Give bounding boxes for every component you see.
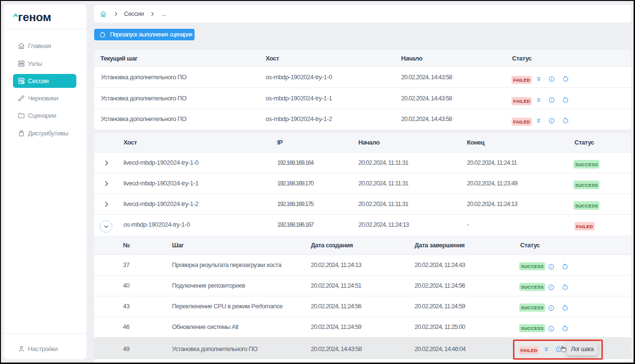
svg-text:геном: геном	[18, 12, 51, 24]
